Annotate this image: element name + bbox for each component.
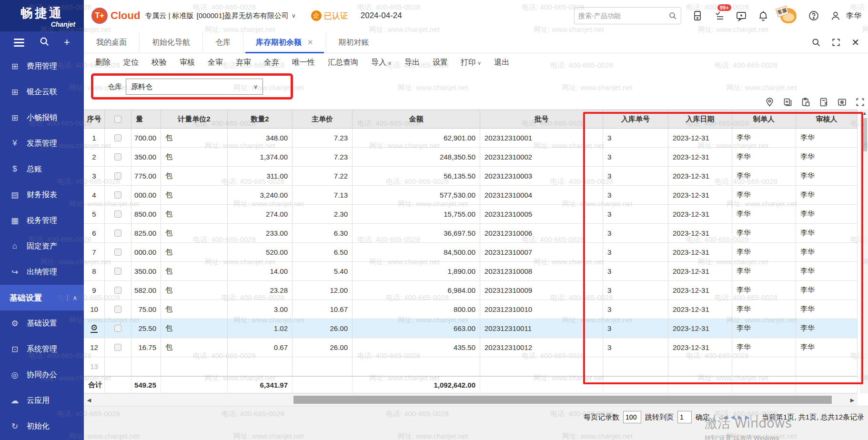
checkbox-icon[interactable] <box>114 230 121 237</box>
scroll-right-icon[interactable]: ▶ <box>847 394 858 406</box>
toolbar-button-设置[interactable]: 设置 <box>433 58 448 68</box>
sidebar-item-初始化[interactable]: ↻初始化 <box>0 413 84 439</box>
toolbar-button-定位[interactable]: 定位 <box>123 58 139 68</box>
checkbox-icon[interactable] <box>114 116 121 123</box>
toolbar-button-打印[interactable]: 打印∨ <box>461 58 481 68</box>
sidebar-item-财务报表[interactable]: ▤财务报表 <box>0 182 84 208</box>
table-row[interactable]: 13 <box>84 357 858 376</box>
archive-icon[interactable] <box>837 97 847 107</box>
sidebar-item-小畅报销[interactable]: ⊞小畅报销 <box>0 105 84 130</box>
product-search-box[interactable] <box>574 7 681 24</box>
product-search-input[interactable] <box>578 12 668 20</box>
location-icon[interactable] <box>765 97 775 107</box>
sidebar-item-系统管理[interactable]: ⊡系统管理 <box>0 336 84 362</box>
sidebar-item-固定资产[interactable]: ⌂固定资产 <box>0 233 84 259</box>
warehouse-select[interactable]: 原料仓 ∨ <box>126 79 263 95</box>
tab-期初对账[interactable]: 期初对账 <box>326 31 382 53</box>
table-row[interactable]: 1075.00包3.0010.67800.0020231231001032023… <box>84 300 858 319</box>
sidebar-add-icon[interactable]: + <box>64 37 70 48</box>
user-icon[interactable] <box>830 10 841 21</box>
scroll-left-icon[interactable]: ◀ <box>84 394 94 406</box>
company-dropdown-icon[interactable]: ∨ <box>292 12 296 19</box>
checkbox-icon[interactable] <box>114 325 121 332</box>
help-icon[interactable] <box>808 10 819 21</box>
toolbar-button-导入[interactable]: 导入∨ <box>371 58 392 68</box>
horizontal-scroll-thumb[interactable] <box>293 396 832 404</box>
table-row[interactable]: 4000.00包3,240.007.13577,530.002023123100… <box>84 186 858 205</box>
tab-初始化导航[interactable]: 初始化导航 <box>139 31 202 53</box>
sidebar-item-税务管理[interactable]: ▦税务管理 <box>0 208 84 233</box>
select-all-checkbox[interactable] <box>105 110 131 128</box>
checkbox-icon[interactable] <box>114 153 121 160</box>
next-page-icon[interactable]: ▶ <box>738 414 741 420</box>
checkbox-icon[interactable] <box>114 344 121 351</box>
tab-仓库[interactable]: 仓库 <box>202 31 243 53</box>
first-page-icon[interactable]: ❘◀ <box>719 414 727 420</box>
tab-库存期初余额[interactable]: 库存期初余额✕ <box>243 31 326 53</box>
chevron-up-icon[interactable]: ∧ <box>67 294 77 301</box>
last-page-icon[interactable]: ▶❘ <box>745 414 752 420</box>
menu-collapse-icon[interactable] <box>14 37 24 49</box>
toolbar-button-汇总查询[interactable]: 汇总查询 <box>328 58 358 68</box>
table-row[interactable]: 7000.00包520.006.5084,500.002023123100073… <box>84 243 858 262</box>
sidebar-item-出纳管理[interactable]: ↪出纳管理 <box>0 259 84 285</box>
table-row[interactable]: 6825.00包233.006.3036,697.502023123100063… <box>84 224 858 243</box>
checkbox-icon[interactable] <box>114 268 121 275</box>
message-icon[interactable] <box>736 10 747 21</box>
table-row[interactable]: 1700.00包348.007.2362,901.002023123100013… <box>84 129 858 148</box>
billing-icon[interactable] <box>692 10 703 21</box>
toolbar-button-校验[interactable]: 校验 <box>151 58 167 68</box>
table-row[interactable]: 1216.75包0.6726.00435.5020231231001232023… <box>84 338 858 357</box>
vertical-scroll-thumb[interactable] <box>862 118 867 151</box>
vertical-scrollbar[interactable]: ▲ <box>860 110 868 393</box>
toolbar-button-全审[interactable]: 全审 <box>208 58 223 68</box>
checkbox-icon[interactable] <box>114 210 121 218</box>
notification-bell-icon[interactable] <box>757 10 769 21</box>
toolbar-button-删除[interactable]: 删除 <box>95 58 111 68</box>
tab-search-icon[interactable] <box>811 38 821 47</box>
sidebar-item-协同办公[interactable]: ◎协同办公 <box>0 362 84 388</box>
toolbar-button-导出[interactable]: 导出 <box>404 58 420 68</box>
tab-我的桌面[interactable]: 我的桌面 <box>84 31 139 53</box>
toolbar-button-弃审[interactable]: 弃审 <box>236 58 251 68</box>
checkbox-icon[interactable] <box>114 191 121 199</box>
prev-page-icon[interactable]: ◀ <box>730 414 734 420</box>
checkbox-icon[interactable] <box>114 134 121 141</box>
current-user-name[interactable]: 李华 <box>846 11 861 21</box>
sidebar-section-基础设置[interactable]: 基础设置∧ <box>0 285 84 310</box>
table-row[interactable]: 3775.00包311.007.2256,135.502023123100033… <box>84 167 858 186</box>
horizontal-scrollbar[interactable]: ◀ ▶ <box>84 393 858 406</box>
sidebar-item-银企云联[interactable]: ⊞银企云联 <box>0 79 84 105</box>
checkbox-icon[interactable] <box>114 287 121 294</box>
goto-page-input[interactable] <box>677 411 692 423</box>
sidebar-item-基础设置[interactable]: ⚙基础设置 <box>0 310 84 336</box>
toolbar-button-退出[interactable]: 退出 <box>494 58 509 68</box>
tasks-icon[interactable]: 99+ <box>714 10 725 21</box>
fullscreen-grid-icon[interactable] <box>855 97 865 107</box>
copy-add-icon[interactable] <box>783 97 793 107</box>
support-mascot-icon[interactable]: 客服 <box>777 6 797 25</box>
paste-icon[interactable] <box>801 97 811 107</box>
sidebar-search-icon[interactable] <box>39 36 50 49</box>
export-excel-icon[interactable] <box>819 97 829 107</box>
search-icon[interactable] <box>668 11 677 20</box>
company-name[interactable]: [000001]盈昇无纺布有限公司 <box>197 11 289 20</box>
table-row[interactable]: 2350.00包1,374.007.23248,350.502023123100… <box>84 148 858 167</box>
toolbar-button-审核[interactable]: 审核 <box>180 58 195 68</box>
tab-close-all-icon[interactable]: ✕ <box>851 37 859 48</box>
sidebar-item-总账[interactable]: $总账 <box>0 156 84 182</box>
checkbox-icon[interactable] <box>114 249 121 256</box>
checkbox-icon[interactable] <box>114 306 121 313</box>
per-page-input[interactable] <box>623 411 641 423</box>
sidebar-item-发票管理[interactable]: ¥发票管理 <box>0 130 84 156</box>
tab-close-icon[interactable]: ✕ <box>307 38 313 47</box>
table-row[interactable]: 5850.00包274.002.3015,755.002023123100053… <box>84 205 858 224</box>
toolbar-button-唯一性[interactable]: 唯一性 <box>292 58 315 68</box>
table-row[interactable]: 9582.00包23.2812.006,984.0020231231000932… <box>84 281 858 300</box>
scroll-up-icon[interactable]: ▲ <box>861 110 868 116</box>
sidebar-item-云应用[interactable]: ☁云应用 <box>0 388 84 413</box>
tab-fullscreen-icon[interactable] <box>831 38 841 47</box>
toolbar-button-全弃[interactable]: 全弃 <box>264 58 279 68</box>
sidebar-item-费用管理[interactable]: ⊞费用管理 <box>0 53 84 79</box>
checkbox-icon[interactable] <box>114 172 121 180</box>
